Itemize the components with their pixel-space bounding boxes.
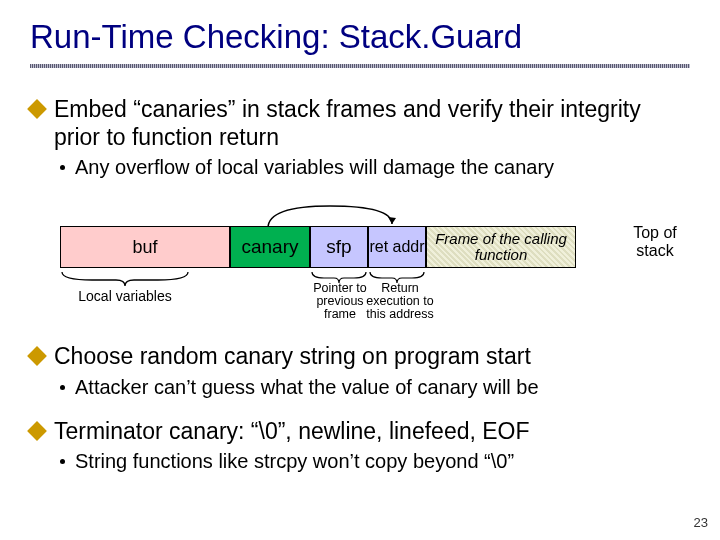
bullet-3-text: Terminator canary: “\0”, newline, linefe…: [54, 418, 530, 446]
diamond-icon: [27, 421, 47, 441]
bullet-3-sub-1: String functions like strcpy won’t copy …: [60, 449, 690, 474]
bullet-2-text: Choose random canary string on program s…: [54, 343, 531, 371]
bullet-3-sub-1-text: String functions like strcpy won’t copy …: [75, 449, 514, 474]
cell-canary: canary: [230, 226, 310, 268]
stack-diagram: buf canary sfp ret addr Frame of the cal…: [60, 198, 690, 333]
cell-buf: buf: [60, 226, 230, 268]
bullet-1-sub-1-text: Any overflow of local variables will dam…: [75, 155, 554, 180]
ret-note-label: Return execution to this address: [360, 282, 440, 321]
dot-icon: [60, 385, 65, 390]
bullet-2-sub-1-text: Attacker can’t guess what the value of c…: [75, 375, 539, 400]
bullet-1-text: Embed “canaries” in stack frames and ver…: [54, 96, 690, 151]
dot-icon: [60, 165, 65, 170]
content-area: Embed “canaries” in stack frames and ver…: [0, 68, 720, 474]
top-of-stack-label: Top of stack: [620, 224, 690, 259]
cell-sfp: sfp: [310, 226, 368, 268]
local-vars-label: Local variables: [60, 288, 190, 304]
brace-icon-local-vars: [60, 270, 190, 288]
bullet-1-sub-1: Any overflow of local variables will dam…: [60, 155, 690, 180]
diamond-icon: [27, 99, 47, 119]
dot-icon: [60, 459, 65, 464]
bullet-3: Terminator canary: “\0”, newline, linefe…: [30, 418, 690, 446]
cell-ret-addr: ret addr: [368, 226, 426, 268]
slide-title: Run-Time Checking: Stack.Guard: [0, 0, 720, 64]
bullet-1: Embed “canaries” in stack frames and ver…: [30, 96, 690, 151]
diamond-icon: [27, 346, 47, 366]
stack-row: buf canary sfp ret addr Frame of the cal…: [60, 226, 576, 268]
slide-number: 23: [694, 515, 708, 530]
bullet-2: Choose random canary string on program s…: [30, 343, 690, 371]
bullet-2-sub-1: Attacker can’t guess what the value of c…: [60, 375, 690, 400]
cell-calling-frame: Frame of the calling function: [426, 226, 576, 268]
